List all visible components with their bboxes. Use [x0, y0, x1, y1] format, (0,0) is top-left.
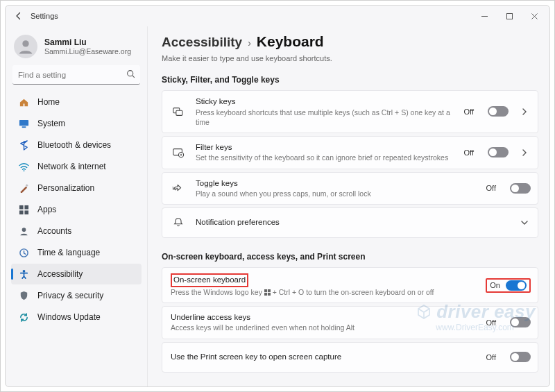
row-state: Off — [464, 108, 474, 116]
sidebar-item-label: Home — [37, 97, 60, 107]
sidebar-item-system[interactable]: System — [11, 113, 142, 134]
sidebar-item-label: Network & internet — [37, 162, 106, 171]
row-print-screen[interactable]: Use the Print screen key to open screen … — [162, 342, 538, 373]
sidebar-item-personalization[interactable]: Personalization — [11, 178, 142, 198]
search-field[interactable] — [12, 65, 140, 85]
row-title: Toggle keys — [196, 178, 477, 189]
svg-rect-20 — [264, 293, 267, 296]
row-state: Off — [486, 318, 496, 327]
svg-rect-10 — [24, 210, 28, 214]
row-sub: Access keys will be underlined even when… — [171, 323, 477, 332]
toggle-onscreen-keyboard[interactable] — [506, 280, 527, 291]
svg-rect-9 — [19, 210, 23, 214]
sidebar-item-time[interactable]: Time & language — [11, 242, 142, 263]
sidebar-item-label: Bluetooth & devices — [37, 140, 111, 150]
network-icon — [18, 161, 29, 172]
sidebar-item-label: Accounts — [37, 226, 71, 236]
breadcrumb: Accessibility › Keyboard — [162, 33, 538, 50]
maximize-button[interactable] — [497, 7, 522, 25]
sticky-keys-icon — [171, 104, 186, 119]
sidebar-item-home[interactable]: Home — [11, 92, 142, 112]
window-title: Settings — [31, 12, 58, 20]
svg-rect-15 — [176, 110, 182, 115]
row-onscreen-keyboard[interactable]: On-screen keyboard Press the Windows log… — [162, 267, 538, 303]
row-sticky-keys[interactable]: Sticky keys Press keyboard shortcuts tha… — [162, 90, 538, 133]
svg-point-11 — [22, 228, 26, 232]
sidebar-item-privacy[interactable]: Privacy & security — [11, 285, 142, 306]
sidebar-item-bluetooth[interactable]: Bluetooth & devices — [11, 135, 142, 155]
breadcrumb-parent[interactable]: Accessibility — [162, 35, 242, 50]
profile-email: Sammi.Liu@Easeware.org — [44, 47, 131, 56]
row-state: On — [490, 281, 500, 289]
home-icon — [18, 96, 29, 108]
row-notification-preferences[interactable]: Notification preferences — [162, 207, 538, 238]
row-state: Off — [464, 148, 474, 157]
apps-icon — [18, 204, 29, 215]
row-title: Use the Print screen key to open screen … — [171, 352, 477, 363]
toggle-sticky-keys[interactable] — [488, 106, 509, 117]
minimize-button[interactable] — [472, 7, 497, 25]
chevron-right-icon[interactable] — [518, 108, 531, 115]
svg-point-13 — [22, 269, 25, 272]
toggle-filter-keys[interactable] — [488, 147, 509, 157]
sidebar-item-label: Time & language — [37, 248, 100, 257]
profile-block[interactable]: Sammi Liu Sammi.Liu@Easeware.org — [10, 31, 143, 65]
time-icon — [18, 247, 29, 258]
toggle-underline-access-keys[interactable] — [510, 317, 531, 327]
back-button[interactable] — [11, 8, 26, 24]
row-sub: Press keyboard shortcuts that use multip… — [196, 108, 454, 127]
toggle-keys-icon — [171, 180, 186, 196]
sidebar-item-label: Windows Update — [37, 312, 101, 322]
row-title: Sticky keys — [196, 96, 454, 108]
svg-rect-7 — [19, 205, 23, 209]
section-heading-keys: Sticky, Filter, and Toggle keys — [162, 75, 538, 85]
close-button[interactable] — [522, 7, 547, 25]
avatar — [14, 35, 37, 58]
sidebar-item-label: System — [37, 119, 65, 128]
chevron-down-icon[interactable] — [518, 219, 531, 226]
row-title: Filter keys — [196, 142, 454, 153]
sidebar-item-windows-update[interactable]: Windows Update — [11, 307, 142, 327]
sidebar-item-accounts[interactable]: Accounts — [11, 221, 142, 241]
highlight-onscreen-title: On-screen keyboard — [171, 273, 248, 287]
svg-point-1 — [22, 40, 28, 46]
chevron-right-icon[interactable] — [518, 149, 531, 156]
section-heading-onscreen: On-screen keyboard, access keys, and Pri… — [162, 252, 538, 262]
bell-icon — [171, 215, 186, 230]
svg-point-2 — [128, 71, 133, 76]
row-state: Off — [486, 353, 496, 361]
system-icon — [18, 118, 29, 129]
sidebar-item-network[interactable]: Network & internet — [11, 156, 142, 177]
row-underline-access-keys[interactable]: Underline access keys Access keys will b… — [162, 306, 538, 339]
sidebar-item-accessibility[interactable]: Accessibility — [11, 264, 142, 284]
bluetooth-icon — [18, 139, 29, 151]
row-sub: Set the sensitivity of the keyboard so i… — [196, 153, 454, 162]
row-state: Off — [486, 184, 496, 192]
windows-logo-icon — [264, 289, 271, 296]
main-panel: Accessibility › Keyboard Make it easier … — [148, 26, 549, 386]
toggle-print-screen[interactable] — [510, 352, 531, 362]
toggle-toggle-keys[interactable] — [510, 183, 531, 194]
row-title: Notification preferences — [196, 217, 509, 228]
sidebar-item-apps[interactable]: Apps — [11, 199, 142, 220]
personalization-icon — [18, 182, 29, 194]
accounts-icon — [18, 225, 29, 237]
search-input[interactable] — [12, 65, 140, 85]
row-sub: Play a sound when you press caps, num, o… — [196, 189, 477, 198]
svg-rect-18 — [264, 289, 267, 292]
row-title: On-screen keyboard — [171, 273, 476, 287]
svg-rect-8 — [24, 205, 28, 209]
row-title: Underline access keys — [171, 312, 477, 323]
svg-rect-3 — [19, 119, 28, 125]
row-filter-keys[interactable]: Filter keys Set the sensitivity of the k… — [162, 136, 538, 169]
sidebar: Sammi Liu Sammi.Liu@Easeware.org Home Sy… — [6, 26, 148, 386]
row-toggle-keys[interactable]: Toggle keys Play a sound when you press … — [162, 172, 538, 205]
sidebar-item-label: Accessibility — [37, 269, 83, 279]
svg-rect-0 — [506, 13, 512, 19]
privacy-icon — [18, 290, 29, 301]
sidebar-item-label: Privacy & security — [37, 291, 103, 300]
chevron-right-icon: › — [248, 37, 251, 49]
nav-list: Home System Bluetooth & devices Network … — [10, 92, 143, 327]
row-sub: Press the Windows logo key + Ctrl + O to… — [171, 287, 476, 297]
sidebar-item-label: Personalization — [37, 183, 94, 193]
